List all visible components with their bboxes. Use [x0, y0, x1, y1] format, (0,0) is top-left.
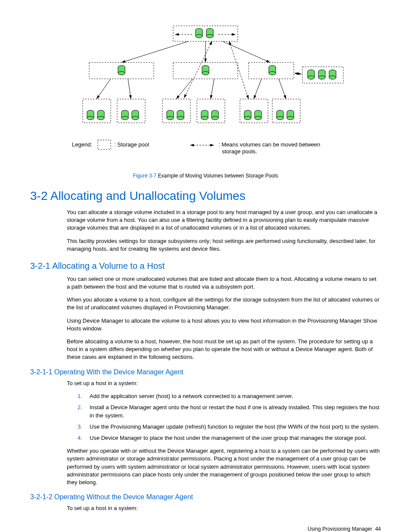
list-item: Add the application server (host) to a n… [78, 392, 381, 400]
legend-pool: : Storage pool [114, 141, 149, 148]
body-paragraph: This facility provides settings for stor… [30, 237, 381, 253]
svg-line-16 [121, 41, 188, 62]
legend-arrow-line1: : Means volumes can be moved between [218, 141, 320, 148]
svg-line-23 [254, 79, 262, 99]
svg-rect-10 [83, 99, 111, 123]
section-heading-3-2: 3-2 Allocating and Unallocating Volumes [30, 187, 381, 204]
figure-number: Figure 3-7 [133, 173, 157, 179]
body-paragraph: To set up a host in a system: [30, 504, 381, 512]
svg-line-29 [295, 73, 302, 74]
list-item: Install a Device Manager agent onto the … [78, 404, 381, 419]
page-footer: Using Provisioning Manager 44 [30, 526, 381, 532]
body-paragraph: You can allocate a storage volume includ… [30, 208, 381, 232]
svg-rect-14 [240, 99, 268, 123]
legend-arrow-line2: storage pools. [222, 148, 257, 155]
body-paragraph: To set up a host in a system: [30, 380, 381, 387]
figure-caption: Figure 3-7 Example of Moving Volumes bet… [30, 172, 381, 180]
body-paragraph: You can select one or more unallocated v… [30, 275, 381, 291]
figure-diagram: Legend: : Storage pool : Means volumes c… [30, 22, 381, 164]
svg-line-22 [211, 79, 214, 99]
body-paragraph: Using Device Manager to allocate the vol… [30, 317, 381, 333]
body-paragraph: Whether you operate with or without the … [30, 447, 381, 486]
svg-line-24 [279, 79, 286, 99]
steps-list: Add the application server (host) to a n… [30, 392, 381, 442]
legend-label: Legend: [72, 141, 92, 148]
svg-rect-13 [197, 99, 225, 123]
body-paragraph: Before allocating a volume to a host, ho… [30, 338, 381, 361]
svg-line-27 [229, 41, 249, 99]
svg-line-21 [176, 79, 193, 99]
svg-line-18 [223, 41, 270, 62]
subsection-heading-3-2-1: 3-2-1 Allocating a Volume to a Host [30, 260, 381, 272]
svg-rect-30 [98, 140, 111, 149]
svg-rect-15 [272, 99, 300, 123]
list-item: Use the Provisioning Manager update (ref… [78, 423, 381, 431]
svg-rect-5 [173, 26, 238, 41]
svg-line-19 [97, 79, 111, 99]
svg-line-20 [128, 79, 131, 99]
svg-rect-11 [117, 99, 145, 123]
list-item: Use Device Manager to place the host und… [78, 434, 381, 442]
body-paragraph: When you allocate a volume to a host, co… [30, 296, 381, 311]
figure-caption-text: Example of Moving Volumes between Storag… [156, 173, 278, 179]
footer-text: Using Provisioning Manager [308, 526, 372, 532]
subsubsection-heading-3-2-1-2: 3-2-1-2 Operating Without the Device Man… [30, 492, 381, 502]
storage-pool-diagram: Legend: : Storage pool : Means volumes c… [59, 22, 352, 164]
svg-rect-12 [162, 99, 190, 123]
subsubsection-heading-3-2-1-1: 3-2-1-1 Operating With the Device Manage… [30, 367, 381, 377]
page-number: 44 [375, 526, 381, 532]
